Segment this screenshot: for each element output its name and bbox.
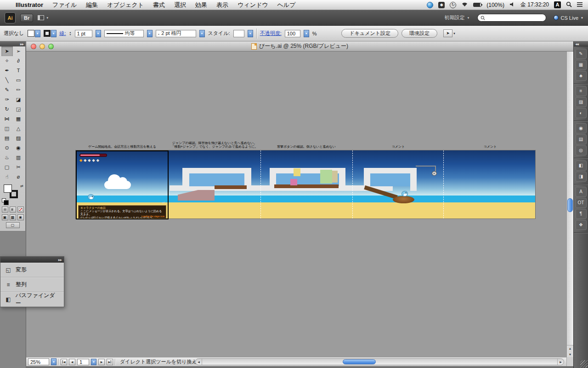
eraser-tool[interactable]: ◪ — [13, 95, 24, 104]
menubar-menu[interactable]: 表示 — [212, 1, 233, 9]
tools-panel-header[interactable]: ▶▶ — [0, 41, 25, 46]
collapse-icon[interactable]: ▶▶ — [20, 42, 23, 46]
artwork[interactable]: ゲーム開始地点。会話方法と移動方法を教える ジャンプの確認。障害物を飛び越えない… — [75, 150, 536, 219]
symbol-sprayer-tool[interactable]: ♨ — [1, 153, 13, 162]
swap-fill-stroke-icon[interactable]: ⇄ — [20, 184, 23, 188]
pathfinder-panel-row[interactable]: ◧ パスファインダー — [0, 292, 64, 307]
chevron-down-icon[interactable]: ▼ — [35, 30, 40, 37]
draw-normal-mode[interactable]: ▣ — [2, 214, 8, 220]
minimize-button[interactable] — [40, 44, 45, 49]
line-segment-tool[interactable]: ╲ — [1, 75, 13, 85]
battery-icon[interactable] — [473, 3, 481, 7]
window-resize-grip[interactable] — [580, 360, 588, 368]
none-button[interactable] — [17, 207, 24, 213]
opentype-panel-icon[interactable]: OT — [576, 198, 587, 208]
brush-definition-field[interactable]: - 2 pt 楕円 — [156, 30, 196, 37]
draw-behind-mode[interactable]: ▩ — [10, 214, 16, 220]
scroll-left-button[interactable]: ◀ — [196, 359, 202, 365]
menubar-menu[interactable]: オブジェクト — [102, 1, 148, 9]
fill-indicator[interactable] — [4, 184, 12, 193]
perspective-grid-tool[interactable]: △ — [13, 124, 24, 133]
horizontal-scroll-thumb[interactable] — [343, 359, 376, 364]
hand-tool[interactable]: ☝ — [1, 172, 13, 182]
next-artboard-button[interactable]: ▶ — [98, 359, 105, 365]
navigator-panel-icon[interactable]: ◎ — [576, 145, 587, 155]
color-button[interactable] — [2, 207, 8, 213]
rectangle-tool[interactable]: ▭ — [13, 75, 24, 85]
document-proxy-icon[interactable] — [251, 43, 257, 50]
shape-builder-tool[interactable]: ◫ — [1, 124, 13, 133]
expand-dock-icon[interactable]: ◀◀ — [575, 42, 578, 46]
menubar-menu[interactable]: ウィンドウ — [233, 1, 273, 9]
menubar-menu[interactable]: 選択 — [170, 1, 191, 9]
workspace-switcher[interactable]: 初期設定 ▼ — [445, 14, 470, 21]
style-field[interactable] — [233, 30, 244, 37]
vertical-scroll-thumb[interactable] — [567, 198, 573, 212]
eyedropper-tool[interactable]: ⊙ — [1, 143, 13, 153]
direct-selection-tool[interactable]: ➢ — [13, 46, 24, 56]
brushes-panel-icon[interactable]: ✎ — [576, 49, 587, 59]
sync-menu-icon[interactable]: ↻ — [450, 2, 456, 8]
document-setup-button[interactable]: ドキュメント設定 — [341, 29, 398, 38]
artboard-number-field[interactable]: 1 — [77, 359, 89, 365]
blend-tool[interactable]: ◉ — [13, 143, 24, 153]
document-titlebar[interactable]: びーち.ai @ 25% (RGB/プレビュー) — [26, 41, 573, 52]
brush-definition-dropdown[interactable]: ▼ — [199, 30, 205, 37]
menubar-menu[interactable]: ヘルプ — [273, 1, 300, 9]
app-menu-illustrator[interactable]: Illustrator — [11, 1, 48, 8]
panel-group-header[interactable]: ▶▶ — [0, 257, 64, 263]
wifi-icon[interactable] — [461, 2, 468, 8]
type-tool[interactable]: T — [13, 66, 24, 75]
transform-panel-row[interactable]: ◱ 変形 — [0, 263, 64, 277]
scale-tool[interactable]: ◲ — [13, 104, 24, 114]
menubar-menu[interactable]: 編集 — [81, 1, 102, 9]
color-panel-icon[interactable]: ◧ — [576, 161, 587, 171]
vertical-scrollbar[interactable]: ▲ ▼ — [566, 52, 573, 357]
width-tool[interactable]: ⋈ — [1, 114, 13, 124]
search-field[interactable] — [477, 14, 546, 22]
zoom-field[interactable]: 25% — [28, 358, 49, 365]
symbols-panel-icon[interactable]: ♣ — [576, 71, 587, 81]
layers-panel-icon[interactable]: ▤ — [576, 134, 587, 144]
gradient-button[interactable] — [10, 207, 16, 213]
lasso-tool[interactable]: ∂ — [13, 56, 24, 66]
stroke-panel-link[interactable]: 線: — [60, 30, 66, 37]
color-guide-panel-icon[interactable]: ◨ — [576, 172, 587, 182]
stroke-panel-icon[interactable]: ≡ — [576, 86, 587, 96]
character-panel-icon[interactable]: A — [576, 187, 587, 197]
stroke-color-control[interactable]: ▼ — [44, 30, 57, 37]
stroke-weight-field[interactable]: 1 pt — [75, 30, 92, 37]
paintbrush-tool[interactable]: ✎ — [1, 85, 13, 95]
menubar-menu[interactable]: 書式 — [148, 1, 170, 9]
canvas[interactable]: ゲーム開始地点。会話方法と移動方法を教える ジャンプの確認。障害物を飛び越えない… — [26, 52, 566, 357]
menubar-menu[interactable]: 効果 — [191, 1, 212, 9]
width-profile-field[interactable]: 均等 — [104, 30, 144, 37]
stepper-down-icon[interactable]: ▼ — [69, 34, 72, 36]
search-input[interactable] — [487, 15, 542, 21]
notification-list-icon[interactable] — [577, 2, 582, 8]
arrange-documents-button[interactable]: ▼ — [38, 15, 49, 20]
gradient-tool[interactable]: ▨ — [13, 133, 24, 143]
status-hint[interactable]: ダイレクト選択ツールを切り換え — [120, 358, 197, 365]
zoom-dropdown[interactable]: ▼ — [51, 358, 57, 365]
artboard-dropdown[interactable]: ▼ — [91, 359, 96, 365]
close-button[interactable] — [31, 44, 36, 49]
scroll-up-button[interactable]: ▲ — [567, 345, 573, 351]
bridge-button[interactable]: Br — [20, 14, 33, 22]
dock-header[interactable]: ◀◀ — [574, 41, 588, 46]
width-profile-dropdown[interactable]: ▼ — [147, 30, 153, 37]
spotlight-icon[interactable] — [566, 1, 572, 9]
zoom-tool[interactable]: ⌀ — [13, 172, 24, 182]
free-transform-tool[interactable]: ▦ — [13, 114, 24, 124]
opacity-dropdown[interactable]: ▼ — [304, 30, 309, 37]
swatches-panel-icon[interactable]: ▦ — [576, 60, 587, 70]
column-graph-tool[interactable]: ▥ — [13, 153, 24, 162]
blob-brush-tool[interactable]: ✑ — [1, 95, 13, 104]
menubar-menu[interactable]: ファイル — [48, 1, 81, 9]
slice-tool[interactable]: ✂ — [13, 162, 24, 172]
cs-live-button[interactable]: CS Live ▼ — [554, 15, 583, 21]
stroke-weight-stepper[interactable]: ▲ ▼ — [69, 31, 72, 36]
volume-icon[interactable] — [509, 2, 515, 8]
globe-menu-icon[interactable] — [427, 2, 433, 8]
selection-tool[interactable]: ➤ — [1, 46, 13, 56]
